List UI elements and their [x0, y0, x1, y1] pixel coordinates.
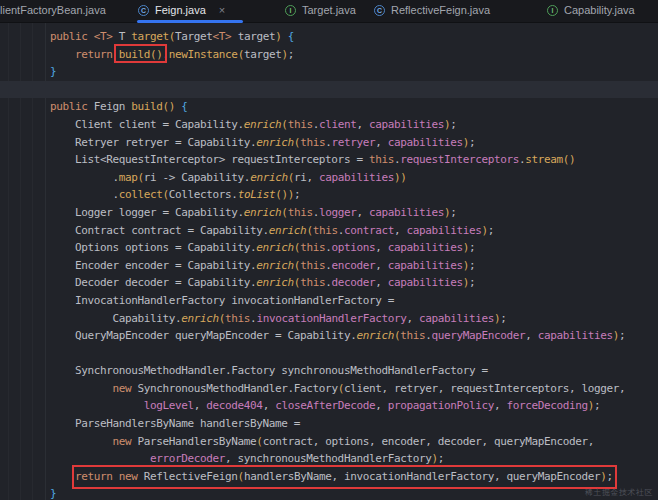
code-line: ParseHandlersByName handlersByName =: [0, 415, 658, 433]
code-line: Capability.enrich(this.invocationHandler…: [0, 310, 658, 328]
code-editor[interactable]: public <T> T target(Target<T> target) { …: [0, 23, 658, 500]
watermark-text: 稀土掘金技术社区: [585, 487, 653, 498]
code-line: new SynchronousMethodHandler.Factory(cli…: [0, 380, 658, 398]
code-line: Client client = Capability.enrich(this.c…: [0, 116, 658, 134]
interface-icon: I: [285, 5, 296, 16]
code-line: new ParseHandlersByName(contract, option…: [0, 433, 658, 451]
code-line: Logger logger = Capability.enrich(this.l…: [0, 204, 658, 222]
code-line: .map(ri -> Capability.enrich(ri, capabil…: [0, 169, 658, 187]
code-line: [0, 345, 658, 363]
code-line: public Feign build() {: [0, 98, 658, 116]
annotation-box-build-call: [114, 44, 167, 63]
tab-reflectivefeign-java[interactable]: CReflectiveFeign.java: [374, 0, 490, 20]
code-line: Retryer retryer = Capability.enrich(this…: [0, 134, 658, 152]
code-line: List<RequestInterceptor> requestIntercep…: [0, 151, 658, 169]
class-icon: C: [374, 5, 385, 16]
code-line: InvocationHandlerFactory invocationHandl…: [0, 292, 658, 310]
code-lines: public <T> T target(Target<T> target) { …: [0, 23, 658, 500]
tab-label: Capability.java: [564, 4, 635, 16]
code-line: Contract contract = Capability.enrich(th…: [0, 222, 658, 240]
code-line: return build().newInstance(target);: [0, 46, 658, 64]
code-line: Decoder decoder = Capability.enrich(this…: [0, 274, 658, 292]
code-line: logLevel, decode404, closeAfterDecode, p…: [0, 397, 658, 415]
code-line: Options options = Capability.enrich(this…: [0, 239, 658, 257]
class-icon: C: [138, 5, 149, 16]
code-line: [0, 81, 658, 99]
close-icon[interactable]: ×: [219, 5, 225, 16]
code-line: Encoder encoder = Capability.enrich(this…: [0, 257, 658, 275]
code-line: .collect(Collectors.toList());: [0, 186, 658, 204]
tab-label: Feign.java: [155, 4, 206, 16]
ide-window: lientFactoryBean.javaCFeign.java×ITarget…: [0, 0, 658, 500]
annotation-box-return-statement: [72, 465, 617, 489]
interface-icon: I: [547, 5, 558, 16]
tab-label: Target.java: [302, 4, 356, 16]
tab-label: lientFactoryBean.java: [0, 4, 106, 16]
code-line: QueryMapEncoder queryMapEncoder = Capabi…: [0, 327, 658, 345]
tab-label: ReflectiveFeign.java: [391, 4, 490, 16]
code-line: public <T> T target(Target<T> target) {: [0, 28, 658, 46]
tab-target-java[interactable]: ITarget.java: [285, 0, 356, 20]
code-line: }: [0, 63, 658, 81]
tab-lientfactorybean-java[interactable]: lientFactoryBean.java: [0, 0, 106, 20]
editor-tab-bar: lientFactoryBean.javaCFeign.java×ITarget…: [0, 0, 658, 23]
tab-feign-java[interactable]: CFeign.java×: [138, 0, 225, 20]
tab-capability-java[interactable]: ICapability.java: [547, 0, 635, 20]
code-line: SynchronousMethodHandler.Factory synchro…: [0, 362, 658, 380]
